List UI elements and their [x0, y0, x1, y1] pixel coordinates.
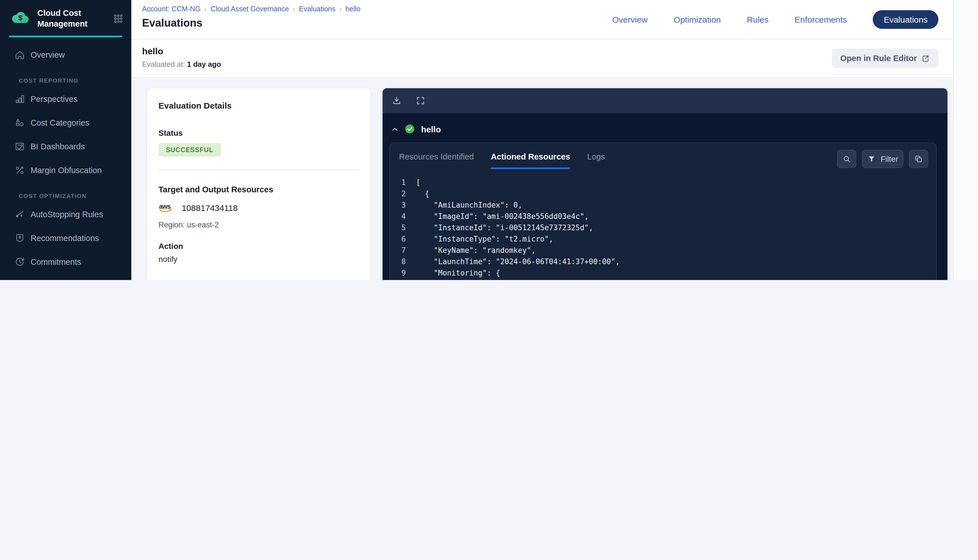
sidebar-section-label: COST OPTIMIZATION	[0, 192, 131, 199]
code-line: 1[	[390, 177, 936, 188]
sidebar-item-label: AutoStopping Rules	[30, 210, 103, 218]
breadcrumb-separator-icon: ›	[340, 6, 342, 12]
sidebar-item-perspectives[interactable]: Perspectives	[9, 87, 122, 110]
card-divider	[159, 170, 359, 170]
svg-text:aws: aws	[159, 203, 171, 210]
nav-link-enforcements[interactable]: Enforcements	[794, 15, 847, 24]
code-line-text: "Monitoring": {	[416, 268, 500, 277]
status-label: Status	[159, 128, 359, 137]
target-resources-label: Target and Output Resources	[159, 185, 359, 194]
fullscreen-icon[interactable]	[416, 96, 426, 106]
nav-link-overview[interactable]: Overview	[612, 15, 648, 24]
code-line-text: "LaunchTime": "2024-06-06T04:41:37+00:00…	[416, 257, 620, 265]
nav-tab-evaluations-active[interactable]: Evaluations	[873, 10, 938, 29]
clock-refresh-icon	[14, 256, 25, 267]
external-link-icon	[921, 54, 930, 63]
sidebar-item-label: Margin Obfuscation	[30, 165, 102, 175]
breadcrumb-separator-icon: ›	[293, 6, 295, 12]
code-line-number: 7	[390, 246, 416, 254]
status-badge: SUCCESSFUL	[159, 143, 221, 157]
home-icon	[14, 49, 25, 60]
output-tabs-row: Resources IdentifiedActioned ResourcesLo…	[390, 143, 936, 169]
region-label: Region: us-east-2	[159, 221, 359, 229]
code-line: 8 "LaunchTime": "2024-06-06T04:41:37+00:…	[390, 256, 936, 267]
sidebar-item-recommendations[interactable]: Recommendations	[9, 227, 122, 249]
app-title: Cloud Cost Management	[37, 8, 98, 29]
sidebar-item-autostopping-rules[interactable]: AutoStopping Rules	[9, 203, 122, 225]
evaluation-run-row: hello	[382, 113, 948, 142]
sidebar-item-label: BI Dashboards	[30, 142, 85, 151]
code-line-text: "KeyName": "randomkey",	[416, 246, 536, 254]
tab-logs[interactable]: Logs	[587, 152, 605, 169]
breadcrumb-item-cloud-asset-governance[interactable]: Cloud Asset Governance	[210, 5, 289, 13]
output-tabs: Resources IdentifiedActioned ResourcesLo…	[399, 152, 605, 169]
hexagon-gear-icon	[14, 280, 25, 280]
code-line-number: 8	[390, 257, 416, 265]
evaluation-name: hello	[142, 46, 221, 56]
code-line-number: 6	[390, 235, 416, 243]
sidebar-item-label: Recommendations	[30, 233, 99, 242]
sidebar-item-label: Commitments	[30, 257, 81, 266]
aws-account-id: 108817434118	[182, 203, 238, 213]
dashboard-icon	[14, 140, 25, 152]
breadcrumb: Account: CCM-NG›Cloud Asset Governance›E…	[142, 5, 612, 13]
filter-funnel-icon	[867, 155, 876, 163]
percent-icon	[14, 164, 25, 176]
code-line-number: 4	[390, 212, 416, 220]
nav-link-optimization[interactable]: Optimization	[674, 15, 721, 24]
search-button[interactable]	[837, 150, 856, 168]
cloud-cost-management-logo-icon: $	[9, 10, 32, 27]
sidebar-item-commitments[interactable]: Commitments	[9, 250, 122, 273]
copy-button[interactable]	[909, 150, 928, 168]
code-line: 9 "Monitoring": {	[390, 267, 936, 278]
content-area: Evaluation Details Status SUCCESSFUL Tar…	[131, 77, 953, 280]
output-card: Resources IdentifiedActioned ResourcesLo…	[389, 143, 937, 280]
evaluated-at: Evaluated at: 1 day ago	[142, 60, 221, 68]
code-line: 10 "State": "disabled"	[390, 278, 936, 280]
output-toolbar	[382, 88, 948, 113]
tab-resources-identified[interactable]: Resources Identified	[399, 152, 474, 169]
sidebar-item-bi-dashboards[interactable]: BI Dashboards	[9, 135, 122, 158]
code-line: 6 "InstanceType": "t2.micro",	[390, 233, 936, 244]
tab-actioned-resources[interactable]: Actioned Resources	[491, 152, 570, 169]
code-line-number: 3	[390, 200, 416, 209]
sidebar-header: $ Cloud Cost Management	[0, 0, 131, 29]
autostopping-icon	[14, 208, 25, 220]
action-label: Action	[159, 242, 359, 251]
evaluation-header: hello Evaluated at: 1 day ago Open in Ru…	[131, 40, 953, 77]
breadcrumb-item-account-ccm-ng[interactable]: Account: CCM-NG	[142, 5, 200, 13]
bar-chart-icon	[14, 93, 25, 104]
open-in-rule-editor-label: Open in Rule Editor	[840, 54, 917, 63]
details-card-title: Evaluation Details	[159, 101, 359, 110]
page-title: Evaluations	[142, 17, 612, 29]
code-line: 4 "ImageId": "ami-002438e556dd03e4c",	[390, 210, 936, 222]
copy-icon	[914, 155, 923, 163]
download-icon[interactable]	[392, 96, 402, 106]
aws-logo-icon: aws	[159, 202, 177, 214]
sidebar-item-cluster-orchestrator[interactable]: Cluster Orchestrator	[9, 274, 122, 280]
breadcrumb-separator-icon: ›	[205, 6, 207, 12]
sidebar-item-overview[interactable]: Overview	[9, 43, 122, 66]
action-value: notify	[159, 255, 359, 263]
filter-button[interactable]: Filter	[862, 150, 903, 168]
code-line: 7 "KeyName": "randomkey",	[390, 244, 936, 256]
code-line-text: "ImageId": "ami-002438e556dd03e4c",	[416, 212, 589, 220]
evaluation-details-card: Evaluation Details Status SUCCESSFUL Tar…	[147, 88, 371, 280]
breadcrumb-item-evaluations[interactable]: Evaluations	[299, 5, 335, 13]
sidebar-item-margin-obfuscation[interactable]: Margin Obfuscation	[9, 159, 122, 181]
breadcrumb-item-hello[interactable]: hello	[345, 5, 360, 13]
sidebar-item-cost-categories[interactable]: Cost Categories	[9, 111, 122, 134]
nav-link-rules[interactable]: Rules	[747, 15, 769, 24]
open-in-rule-editor-button[interactable]: Open in Rule Editor	[832, 48, 938, 68]
page-header: Account: CCM-NG›Cloud Asset Governance›E…	[131, 0, 953, 40]
search-icon	[842, 155, 851, 163]
shapes-icon	[14, 117, 25, 128]
recommendation-icon	[14, 232, 25, 243]
code-editor[interactable]: 1[2 {3 "AmiLaunchIndex": 0,4 "ImageId": …	[390, 169, 936, 280]
evaluation-output-panel: hello Resources IdentifiedActioned Resou…	[382, 88, 948, 280]
collapse-chevron-icon[interactable]	[391, 125, 399, 133]
tab-label: Logs	[587, 152, 605, 161]
module-nav: OverviewOptimizationRulesEnforcementsEva…	[612, 0, 953, 39]
module-grid-icon[interactable]	[113, 13, 124, 24]
sidebar-item-label: Cost Categories	[30, 118, 89, 127]
